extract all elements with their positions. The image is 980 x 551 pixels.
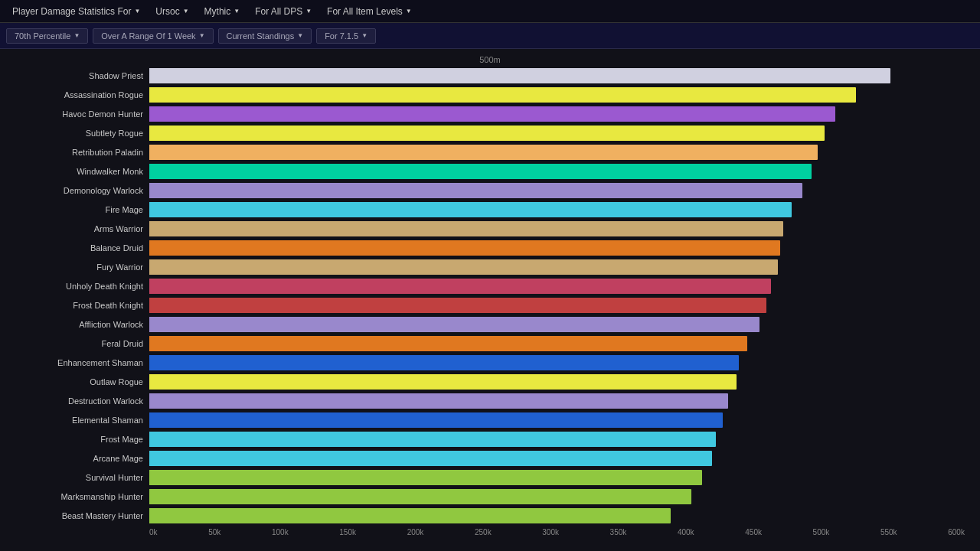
chart-container: 500mShadow PriestAssassination RogueHavo… — [0, 49, 980, 551]
stat-type-dropdown[interactable]: Player Damage Statistics For ▼ — [6, 3, 146, 20]
stat-type-label: Player Damage Statistics For — [12, 6, 131, 17]
chart-inner: 500mShadow PriestAssassination RogueHavo… — [0, 55, 980, 551]
difficulty-dropdown[interactable]: Mythic ▼ — [198, 3, 247, 20]
bar-row: Subtlety Rogue — [8, 124, 972, 142]
x-axis-tick: 400k — [678, 528, 694, 536]
boss-dropdown[interactable]: Ursoc ▼ — [149, 3, 194, 20]
bar-label: Assassination Rogue — [8, 90, 149, 99]
bar-fill — [149, 106, 835, 122]
bar-label: Havoc Demon Hunter — [8, 109, 149, 119]
bar-row: Beast Mastery Hunter — [8, 507, 972, 524]
standings-filter[interactable]: Current Standings ▼ — [218, 28, 312, 44]
patch-caret: ▼ — [361, 32, 368, 39]
ilvl-filter-dropdown[interactable]: For All Item Levels ▼ — [321, 3, 418, 20]
percentile-filter[interactable]: 70th Percentile ▼ — [6, 28, 88, 44]
patch-filter[interactable]: For 7.1.5 ▼ — [316, 28, 376, 44]
bar-track — [149, 87, 972, 103]
bar-track — [149, 240, 972, 256]
x-axis-tick: 0k — [149, 528, 158, 536]
bar-label: Outlaw Rogue — [8, 377, 149, 386]
chart-title: 500m — [8, 55, 972, 64]
bar-row: Demonology Warlock — [8, 181, 972, 199]
bar-row: Outlaw Rogue — [8, 373, 972, 390]
bar-track — [149, 508, 972, 523]
bar-track — [149, 106, 972, 122]
x-axis-tick: 100k — [272, 528, 289, 536]
patch-label: For 7.1.5 — [325, 31, 358, 41]
bar-fill — [149, 164, 812, 179]
bar-label: Survival Hunter — [8, 473, 149, 482]
bar-label: Elemental Shaman — [8, 416, 149, 425]
bar-label: Feral Druid — [8, 339, 149, 348]
bar-track — [149, 432, 972, 447]
bar-fill — [149, 508, 671, 523]
bar-fill — [149, 317, 760, 332]
bar-fill — [149, 87, 856, 103]
bar-row: Havoc Demon Hunter — [8, 105, 972, 122]
ilvl-filter-label: For All Item Levels — [327, 6, 403, 17]
percentile-label: 70th Percentile — [15, 31, 70, 41]
bar-label: Unholy Death Knight — [8, 282, 149, 291]
bar-label: Marksmanship Hunter — [8, 492, 149, 501]
bar-fill — [149, 412, 723, 428]
bar-label: Retribution Paladin — [8, 148, 149, 157]
bar-row: Fury Warrior — [8, 258, 972, 276]
x-axis-tick: 450k — [745, 528, 762, 536]
x-axis-tick: 550k — [880, 528, 897, 536]
bar-track — [149, 470, 972, 485]
bar-fill — [149, 145, 818, 160]
spec-filter-caret: ▼ — [305, 8, 312, 15]
standings-label: Current Standings — [227, 31, 295, 41]
bar-track — [149, 68, 972, 83]
bar-row: Frost Death Knight — [8, 296, 972, 314]
x-axis-tick: 250k — [475, 528, 492, 536]
ilvl-filter-caret: ▼ — [406, 8, 412, 15]
bar-fill — [149, 202, 792, 217]
bar-track — [149, 451, 972, 466]
bar-track — [149, 145, 972, 160]
timerange-caret: ▼ — [199, 32, 205, 39]
bar-fill — [149, 355, 739, 370]
bar-label: Arcane Mage — [8, 454, 149, 463]
percentile-caret: ▼ — [74, 32, 80, 39]
top-nav: Player Damage Statistics For ▼ Ursoc ▼ M… — [0, 0, 980, 23]
bar-track — [149, 374, 972, 390]
bar-track — [149, 221, 972, 236]
bar-fill — [149, 336, 747, 351]
bar-row: Shadow Priest — [8, 67, 972, 84]
bar-label: Beast Mastery Hunter — [8, 511, 149, 520]
timerange-label: Over A Range Of 1 Week — [101, 31, 195, 41]
bar-row: Assassination Rogue — [8, 86, 972, 103]
bar-row: Fire Mage — [8, 201, 972, 218]
bar-track — [149, 355, 972, 370]
bar-fill — [149, 489, 691, 504]
bar-row: Unholy Death Knight — [8, 277, 972, 295]
bar-row: Feral Druid — [8, 334, 972, 352]
difficulty-label: Mythic — [204, 6, 231, 17]
bar-row: Retribution Paladin — [8, 143, 972, 161]
x-axis-tick: 300k — [542, 528, 559, 536]
bar-row: Affliction Warlock — [8, 315, 972, 333]
x-axis-tick: 200k — [407, 528, 424, 536]
bar-fill — [149, 68, 890, 83]
x-axis-tick: 50k — [208, 528, 220, 536]
bar-row: Marksmanship Hunter — [8, 487, 972, 505]
spec-filter-dropdown[interactable]: For All DPS ▼ — [249, 3, 318, 20]
bar-fill — [149, 451, 712, 466]
x-axis-tick: 150k — [339, 528, 356, 536]
bar-label: Enhancement Shaman — [8, 358, 149, 367]
bar-label: Windwalker Monk — [8, 167, 149, 176]
bar-track — [149, 202, 972, 217]
stat-type-caret: ▼ — [134, 8, 140, 15]
bar-row: Enhancement Shaman — [8, 354, 972, 371]
timerange-filter[interactable]: Over A Range Of 1 Week ▼ — [93, 28, 213, 44]
bar-fill — [149, 393, 728, 409]
bar-track — [149, 164, 972, 179]
bar-fill — [149, 470, 702, 485]
bar-row: Destruction Warlock — [8, 392, 972, 409]
bar-row: Arms Warrior — [8, 220, 972, 237]
bar-track — [149, 126, 972, 141]
bar-track — [149, 183, 972, 198]
x-axis: 0k50k100k150k200k250k300k350k400k450k500… — [149, 528, 965, 536]
filter-bar: 70th Percentile ▼ Over A Range Of 1 Week… — [0, 23, 980, 49]
